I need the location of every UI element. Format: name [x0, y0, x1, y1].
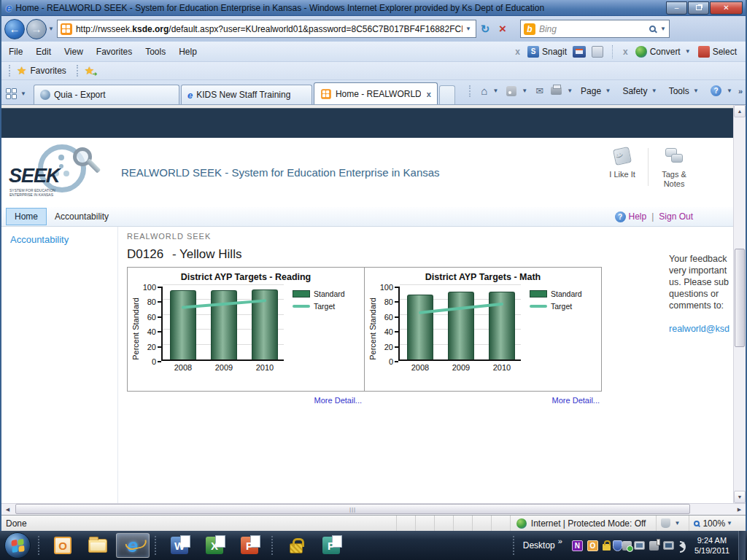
tab-home-realworld[interactable]: Home - REALWORLD S... x — [314, 82, 438, 104]
tab-quia[interactable]: Quia - Export — [34, 85, 179, 104]
tools-menu[interactable]: Tools ▼ — [669, 86, 703, 96]
page-menu[interactable]: Page ▼ — [581, 86, 615, 96]
taskbar-explorer[interactable] — [81, 533, 115, 558]
menu-help[interactable]: Help — [179, 47, 197, 57]
rss-feed-icon[interactable] — [506, 86, 516, 96]
add-to-favorites-bar-icon[interactable]: ★ — [85, 64, 94, 77]
snagit-toolbar-close[interactable]: x — [515, 47, 520, 57]
taskbar-word[interactable]: W — [163, 533, 196, 558]
snagit-window-icon[interactable] — [573, 46, 586, 58]
security-shield-icon[interactable] — [613, 540, 622, 551]
more-detail-reading-link[interactable]: More Detail... — [314, 396, 362, 405]
snagit-icon[interactable]: S — [527, 46, 539, 58]
power-tray-icon[interactable] — [649, 541, 659, 551]
recent-pages-dropdown[interactable]: ▼ — [48, 26, 54, 32]
home-icon[interactable]: ⌂ — [481, 85, 487, 97]
command-bar-grip[interactable] — [469, 85, 471, 97]
nav-tab-accountability[interactable]: Accountability — [47, 209, 117, 225]
horizontal-scrollbar[interactable]: ◀ ||| ▶ — [1, 503, 746, 515]
volume-icon[interactable] — [679, 542, 684, 549]
vertical-scroll-thumb[interactable] — [735, 249, 745, 347]
taskbar-excel[interactable]: X — [198, 533, 231, 558]
taskbar-powerpoint[interactable]: P — [233, 533, 266, 558]
vertical-scroll-track[interactable] — [734, 117, 746, 491]
office-tray-icon[interactable]: O — [587, 540, 598, 551]
convert-toolbar-close[interactable]: x — [623, 47, 628, 57]
scroll-left-arrow[interactable]: ◀ — [1, 504, 14, 515]
taskbar-lock-app[interactable] — [279, 533, 313, 558]
network-tray-icon[interactable] — [663, 541, 674, 550]
display-tray-icon[interactable] — [634, 541, 645, 550]
i-like-it-button[interactable]: I Like It — [601, 145, 643, 189]
print-icon[interactable] — [551, 87, 562, 95]
feedback-email-link[interactable]: realworld@ksd — [669, 323, 733, 335]
help-dropdown[interactable]: ▼ — [727, 88, 732, 94]
snagit-edit-icon[interactable] — [592, 46, 603, 58]
safety-menu[interactable]: Safety ▼ — [622, 86, 661, 96]
site-help-icon[interactable]: ? — [615, 211, 626, 222]
refresh-button[interactable]: ↻ — [476, 20, 494, 38]
snagit-label[interactable]: Snagit — [542, 47, 567, 57]
search-icon[interactable] — [649, 26, 656, 32]
tab-list-dropdown[interactable]: ▼ — [20, 90, 26, 97]
convert-label[interactable]: Convert — [650, 47, 681, 57]
search-dropdown[interactable]: ▼ — [660, 26, 666, 32]
horizontal-scroll-track[interactable]: ||| — [14, 504, 733, 515]
select-label[interactable]: Select — [713, 47, 737, 57]
stop-button[interactable]: × — [494, 20, 511, 38]
home-dropdown[interactable]: ▼ — [492, 88, 498, 94]
inprivate-filter-button[interactable]: ▼ — [656, 516, 689, 531]
zoom-control[interactable]: 100% ▼ — [689, 516, 741, 531]
address-input[interactable]: http://rwsseek.ksde.org/default.aspx?use… — [57, 20, 476, 38]
taskbar-clock[interactable]: 9:24 AM 5/19/2011 — [694, 535, 729, 556]
print-dropdown[interactable]: ▼ — [567, 88, 573, 94]
scroll-down-arrow[interactable]: ▼ — [734, 491, 746, 503]
tab-kids-training[interactable]: e KIDS New Staff Training — [181, 85, 312, 104]
toolbar-separator — [612, 45, 613, 58]
forward-button[interactable]: → — [26, 19, 47, 39]
taskbar-internet-explorer[interactable]: e — [116, 533, 150, 558]
scroll-up-arrow[interactable]: ▲ — [734, 105, 746, 117]
sidebar-link-accountability[interactable]: Accountability — [10, 234, 69, 245]
lock-tray-icon[interactable] — [603, 544, 611, 551]
vertical-scrollbar[interactable]: ▲ ▼ — [733, 105, 746, 503]
menu-tools[interactable]: Tools — [145, 47, 166, 57]
horizontal-scroll-thumb[interactable]: ||| — [15, 504, 690, 514]
ie-help-icon[interactable]: ? — [711, 85, 721, 96]
show-desktop-button[interactable] — [738, 531, 746, 560]
taskbar-publisher[interactable]: P — [314, 533, 348, 558]
quick-tabs-button[interactable]: ▼ — [6, 84, 31, 103]
close-button[interactable]: ✕ — [710, 1, 743, 15]
minimize-button[interactable]: – — [666, 1, 687, 15]
back-button[interactable]: ← — [4, 19, 25, 39]
more-detail-math-link[interactable]: More Detail... — [552, 396, 600, 405]
menu-edit[interactable]: Edit — [36, 47, 51, 57]
favorites-grip[interactable] — [9, 65, 11, 77]
convert-dropdown[interactable]: ▼ — [685, 48, 691, 55]
nav-tab-home[interactable]: Home — [6, 208, 47, 225]
restore-button[interactable] — [688, 1, 709, 15]
read-mail-icon[interactable]: ✉ — [535, 85, 543, 96]
security-zone[interactable]: Internet | Protected Mode: Off — [510, 516, 657, 531]
search-input[interactable]: b Bing ▼ — [520, 20, 670, 38]
scroll-right-arrow[interactable]: ▶ — [733, 504, 746, 515]
command-overflow[interactable]: » — [738, 87, 743, 96]
menu-view[interactable]: View — [64, 47, 83, 57]
taskbar-outlook[interactable]: O — [46, 533, 80, 558]
menu-favorites[interactable]: Favorites — [96, 47, 132, 57]
desktop-overflow-chevron[interactable]: » — [558, 537, 562, 545]
onenote-tray-icon[interactable]: N — [572, 540, 583, 551]
help-link[interactable]: Help — [629, 211, 647, 222]
rss-dropdown[interactable]: ▼ — [522, 88, 527, 94]
url-dropdown[interactable]: ▼ — [462, 26, 474, 32]
title-bar[interactable]: e Home - REALWORLD SEEK - System for Edu… — [1, 0, 746, 16]
usb-eject-icon[interactable] — [622, 541, 632, 551]
start-button[interactable] — [4, 532, 31, 559]
sign-out-link[interactable]: Sign Out — [659, 211, 693, 222]
new-tab-button[interactable] — [439, 85, 455, 104]
tab-close-icon[interactable]: x — [427, 90, 431, 98]
menu-file[interactable]: File — [9, 47, 23, 57]
favorites-button[interactable]: Favorites — [30, 66, 66, 76]
tags-notes-button[interactable]: Tags & Notes — [653, 145, 695, 189]
desktop-toolbar[interactable]: Desktop — [523, 540, 555, 551]
